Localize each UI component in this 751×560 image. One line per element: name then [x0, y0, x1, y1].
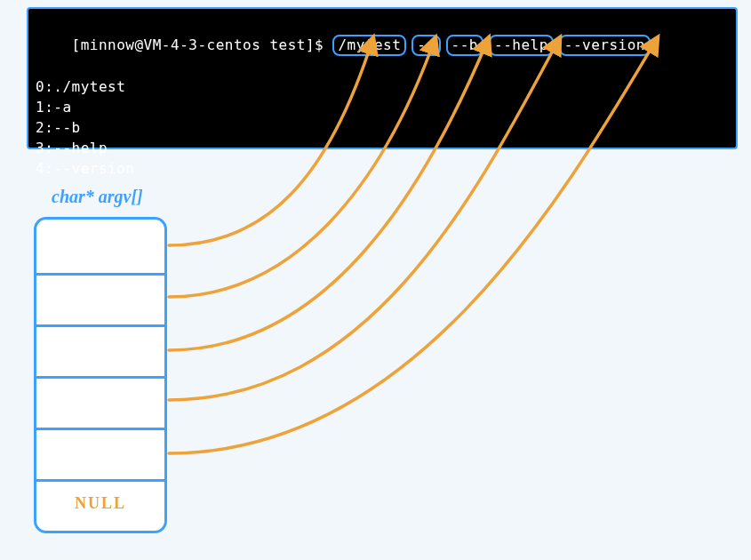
terminal-output-line: 3:--help: [36, 138, 729, 158]
command-tokens: /mytest -a --b --help --version: [332, 35, 651, 56]
terminal-output-line: 1:-a: [36, 97, 729, 117]
terminal-command-line: [minnow@VM-4-3-centos test]$ /mytest -a …: [36, 14, 729, 76]
argv-cell-2: [36, 324, 164, 376]
cmd-token-4: --version: [559, 35, 651, 56]
terminal-output-line: 4:--version: [36, 158, 729, 179]
cmd-token-2: --b: [446, 35, 483, 56]
argv-cell-null: NULL: [36, 479, 164, 529]
argv-array-label: char* argv[]: [52, 187, 143, 207]
terminal-window: [minnow@VM-4-3-centos test]$ /mytest -a …: [27, 7, 738, 149]
argv-cell-0: [36, 220, 164, 273]
argv-cell-1: [36, 273, 164, 324]
terminal-output-line: 2:--b: [36, 117, 729, 138]
shell-prompt: [minnow@VM-4-3-centos test]$: [72, 36, 333, 53]
argv-cell-3: [36, 376, 164, 428]
cmd-token-3: --help: [489, 35, 554, 56]
cmd-token-0: /mytest: [332, 35, 406, 56]
cmd-token-1: -a: [411, 35, 440, 56]
terminal-output-line: 0:./mytest: [36, 76, 729, 97]
argv-cell-4: [36, 428, 164, 479]
argv-array-box: NULL: [34, 217, 167, 533]
